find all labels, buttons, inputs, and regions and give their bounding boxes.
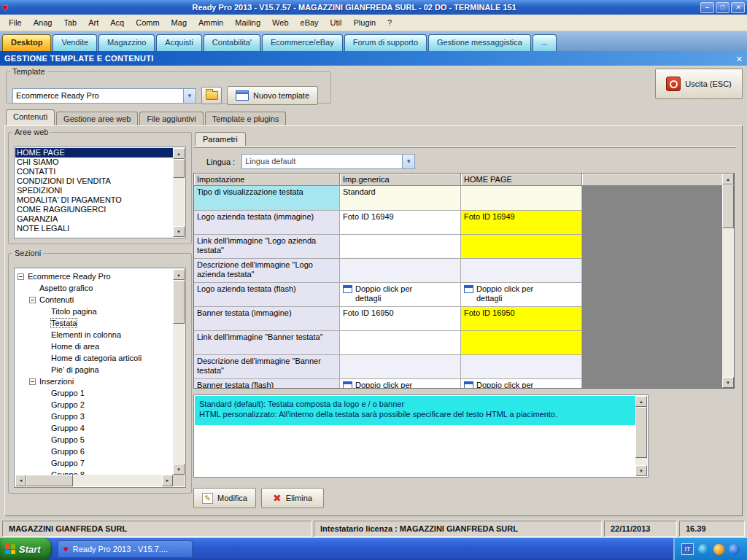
menu-tab[interactable]: Tab [58, 16, 82, 29]
tree-item-home-di-area[interactable]: Home di area [15, 341, 173, 352]
tree-item-contenuti[interactable]: Contenuti [15, 294, 173, 306]
open-template-folder-button[interactable] [201, 87, 222, 104]
scrollbar-thumb[interactable] [173, 159, 185, 178]
cell-impostazione[interactable]: Link dell'immagine "Logo azienda testata… [194, 235, 340, 259]
tree-item-gruppo-5[interactable]: Gruppo 5 [15, 434, 173, 446]
cell-impostazione[interactable]: Banner testata (immagine) [194, 307, 340, 331]
menu-anag[interactable]: Anag [28, 16, 58, 29]
cell-home[interactable] [461, 331, 582, 355]
menu-mag[interactable]: Mag [166, 16, 193, 29]
list-item-condizioni-di-vendita[interactable]: CONDIZIONI DI VENDITA [15, 176, 173, 186]
tab-gestione-aree-web[interactable]: Gestione aree web [56, 112, 138, 125]
menu-mailing[interactable]: Mailing [229, 16, 266, 29]
menu-plugin[interactable]: Plugin [348, 16, 382, 29]
tab-contabilita[interactable]: Contabilita' [204, 34, 260, 51]
cell-impostazione[interactable]: Descrizione dell'immagine "Logo azienda … [194, 259, 340, 283]
cell-impostazione[interactable]: Banner testata (flash) [194, 379, 340, 388]
list-item-home-page[interactable]: HOME PAGE [15, 148, 173, 158]
list-item-chi-siamo[interactable]: CHI SIAMO [15, 158, 173, 167]
tree-item-gruppo-2[interactable]: Gruppo 2 [15, 399, 173, 411]
start-button[interactable]: Start [0, 538, 51, 560]
tree-item-inserzioni[interactable]: Inserzioni [15, 376, 173, 387]
lingua-select-arrow-icon[interactable] [402, 155, 414, 168]
list-item-garanzia[interactable]: GARANZIA [15, 214, 173, 224]
cell-home[interactable]: Doppio click per [461, 379, 582, 388]
scrollbar-thumb[interactable] [722, 184, 734, 228]
tree-expander-icon[interactable] [18, 273, 24, 280]
tree-item-gruppo-4[interactable]: Gruppo 4 [15, 422, 173, 434]
cell-impostazione[interactable]: Logo azienda testata (flash) [194, 283, 340, 307]
tree-item-testata[interactable]: Testata [15, 317, 173, 329]
sezioni-hscrollbar[interactable] [15, 475, 173, 486]
tree-item-pie-di-pagina[interactable]: Pie' di pagina [15, 364, 173, 376]
list-item-spedizioni[interactable]: SPEDIZIONI [15, 186, 173, 195]
menu-help[interactable]: ? [382, 16, 398, 29]
tab-forum-di-supporto[interactable]: Forum di supporto [344, 34, 427, 51]
tab-template-e-plugins[interactable]: Template e plugins [205, 112, 287, 125]
list-item-contatti[interactable]: CONTATTI [15, 167, 173, 176]
tab-gestione-messaggistica[interactable]: Gestione messaggistica [428, 34, 531, 51]
cell-generica[interactable] [340, 259, 461, 283]
cell-generica[interactable]: Doppio click per [340, 379, 461, 388]
tab-vendite[interactable]: Vendite [53, 34, 97, 51]
tree-expander-icon[interactable] [29, 297, 36, 303]
scroll-up-icon[interactable] [635, 396, 647, 407]
scrollbar-thumb[interactable] [635, 407, 647, 458]
list-item-come-raggiungerci[interactable]: COME RAGGIUNGERCI [15, 205, 173, 214]
table-scrollbar[interactable] [722, 174, 734, 388]
elimina-button[interactable]: Elimina [261, 488, 324, 508]
restore-button[interactable] [716, 2, 729, 13]
new-template-button[interactable]: Nuovo template [227, 86, 318, 105]
tree-item-gruppo-6[interactable]: Gruppo 6 [15, 446, 173, 457]
tray-network-icon[interactable] [698, 544, 709, 555]
tab-file-aggiuntivi[interactable]: File aggiuntivi [139, 112, 203, 125]
cell-home[interactable] [461, 355, 582, 379]
tab-parametri[interactable]: Parametri [195, 132, 246, 146]
cell-generica[interactable] [340, 235, 461, 259]
info-scrollbar[interactable] [635, 396, 647, 476]
cell-impostazione[interactable]: Tipo di visualizzazione testata [194, 186, 340, 211]
menu-file[interactable]: File [3, 16, 28, 29]
tree-expander-icon[interactable] [29, 378, 36, 385]
tree-item-gruppo-7[interactable]: Gruppo 7 [15, 457, 173, 469]
tree-item-aspetto-grafico[interactable]: Aspetto grafico [15, 282, 173, 294]
col-imp-generica[interactable]: Imp.generica [340, 174, 461, 186]
tab-desktop[interactable]: Desktop [2, 34, 51, 51]
col-home-page[interactable]: HOME PAGE [461, 174, 582, 186]
scroll-down-icon[interactable] [173, 464, 185, 475]
tree-item-gruppo-3[interactable]: Gruppo 3 [15, 411, 173, 422]
menu-util[interactable]: Util [325, 16, 348, 29]
tab-contenuti[interactable]: Contenuti [6, 109, 55, 125]
panel-close-icon[interactable] [736, 52, 743, 65]
scroll-up-icon[interactable] [173, 148, 185, 159]
tray-status-orange-icon[interactable] [713, 544, 724, 555]
scrollbar-thumb[interactable] [173, 280, 185, 324]
cell-home[interactable]: Foto ID 16950 [461, 307, 582, 331]
tab-magazzino[interactable]: Magazzino [98, 34, 155, 51]
tree-item-ecommerce-ready-pro[interactable]: Ecommerce Ready Pro [15, 271, 173, 282]
menu-comm[interactable]: Comm [130, 16, 165, 29]
menu-web[interactable]: Web [266, 16, 294, 29]
menu-art[interactable]: Art [82, 16, 104, 29]
tray-status-blue-icon[interactable] [729, 544, 740, 555]
tab-acquisti[interactable]: Acquisti [156, 34, 202, 51]
exit-button[interactable]: Uscita (ESC) [655, 69, 743, 99]
scroll-down-icon[interactable] [635, 465, 647, 476]
cell-generica[interactable]: Foto ID 16950 [340, 307, 461, 331]
scrollbar-thumb[interactable] [26, 475, 73, 486]
col-impostazione[interactable]: Impostazione [194, 174, 340, 186]
cell-impostazione[interactable]: Descrizione dell'immagine "Banner testat… [194, 355, 340, 379]
list-item-note-legali[interactable]: NOTE LEGALI [15, 224, 173, 233]
list-item-modalita-di-pagamento[interactable]: MODALITA' DI PAGAMENTO [15, 195, 173, 205]
cell-home[interactable] [461, 186, 582, 211]
tree-item-home-di-categoria-articoli[interactable]: Home di categoria articoli [15, 352, 173, 364]
scroll-up-icon[interactable] [722, 174, 734, 184]
cell-impostazione[interactable]: Logo azienda testata (immagine) [194, 211, 340, 235]
cell-generica[interactable] [340, 331, 461, 355]
cell-home[interactable]: Foto ID 16949 [461, 211, 582, 235]
cell-impostazione[interactable]: Link dell'immagine "Banner testata" [194, 331, 340, 355]
aree-web-scrollbar[interactable] [173, 148, 185, 237]
cell-generica[interactable]: Foto ID 16949 [340, 211, 461, 235]
menu-ebay[interactable]: eBay [295, 16, 325, 29]
cell-generica[interactable] [340, 355, 461, 379]
